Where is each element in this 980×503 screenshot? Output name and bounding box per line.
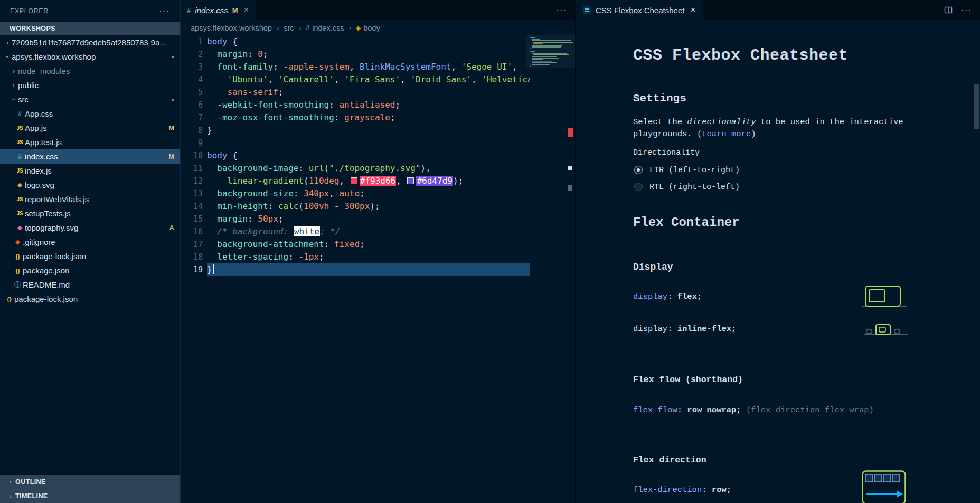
radio-rtl[interactable]: RTL (right-to-left) [634,182,740,192]
tree-item-App.css[interactable]: #App.css [0,107,180,121]
radio-rtl-label: RTL (right-to-left) [649,183,740,192]
token-pr: background-image [217,163,298,173]
tree-item-logo.svg[interactable]: ◆logo.svg [0,178,180,192]
json-file-icon: {} [4,296,14,302]
explorer-more-button[interactable]: ··· [159,8,169,14]
radio-ltr[interactable]: LTR (left-to-right) [634,165,740,175]
breadcrumb-separator: › [349,24,351,32]
token-w: white [294,226,320,236]
tree-item-index.css[interactable]: #index.cssM [0,149,180,164]
minimap-line [530,48,531,49]
flex-flow-link[interactable]: flex-flow [633,405,677,415]
breadcrumb-item-body[interactable]: body [363,24,380,32]
tab-cheatsheet[interactable]: CSS Flexbox Cheatsheet × [576,0,703,20]
token-u: } [207,125,212,135]
token-p [339,74,344,84]
line-number: 11 [181,162,207,175]
file-label: logo.svg [25,181,54,189]
breadcrumb-item-workspace[interactable]: apsys.flexbox.workshop [191,24,272,32]
line-number: 2 [181,48,207,61]
file-label: index.css [25,152,58,161]
token-pln: ) [751,129,756,139]
token-u: { [228,150,238,160]
token-p [406,74,411,84]
code-line-1[interactable]: 1body { [181,35,575,48]
code-line-13[interactable]: 13 background-size: 340px, auto; [181,187,575,200]
line-number: 17 [181,238,207,251]
code-line-4[interactable]: 4 'Ubuntu', 'Cantarell', 'Fira Sans', 'D… [181,73,575,86]
css-file-icon: # [306,24,309,32]
token-s: 'Segoe UI' [461,62,512,72]
code-line-12[interactable]: 12 linear-gradient(110deg, #f93d66, #6d4… [181,175,575,187]
token-u: : [248,49,253,59]
tree-item-7209b51d1fe76877d9edeb5af2850783-9a...[interactable]: ›7209b51d1fe76877d9edeb5af2850783-9a... [0,35,180,50]
settings-heading: Settings [633,92,686,105]
token-pr: letter-spacing [217,252,288,262]
tab-index-css[interactable]: # index.css M × [181,0,256,20]
tree-item-nodemodules[interactable]: ›node_modules [0,64,180,78]
tree-item-index.js[interactable]: JSindex.js [0,164,180,178]
webview-more-button[interactable]: ··· [961,7,972,13]
code-line-19[interactable]: 19} [181,263,575,276]
radio-button-icon[interactable] [634,183,643,191]
code-line-9[interactable]: 9 [181,137,575,149]
tree-item-reportWebVitals.js[interactable]: JSreportWebVitals.js [0,192,180,206]
code-line-8[interactable]: 8} [181,124,575,137]
outline-section-header[interactable]: › OUTLINE [0,474,180,489]
code-line-11[interactable]: 11 background-image: url("./topography.s… [181,162,575,175]
tree-item-apsys.flexbox.workshop[interactable]: ›apsys.flexbox.workshop● [0,50,180,64]
minimap[interactable] [530,37,572,67]
token-p [344,176,350,186]
text-cursor [213,264,214,274]
learn-more-link[interactable]: Learn more [702,129,751,139]
svg-file-link[interactable]: "./topography.svg" [329,163,420,173]
token-bold: flex; [677,292,702,301]
file-label: src [18,95,29,104]
code-line-17[interactable]: 17 background-attachment: fixed; [181,238,575,251]
workshops-section-header[interactable]: WORKSHOPS [0,22,180,35]
editor-more-button[interactable]: ··· [556,7,567,13]
code-line-2[interactable]: 2 margin: 0; [181,48,575,61]
code-line-content: background-image: url("./topography.svg"… [207,162,530,175]
breadcrumb-item-src[interactable]: src [284,24,294,32]
tree-item-package-lock.json[interactable]: {}package-lock.json [0,249,180,263]
code-line-14[interactable]: 14 min-height: calc(100vh - 300px); [181,200,575,213]
webview-scrollbar-thumb[interactable] [974,84,979,129]
radio-button-icon[interactable] [634,166,643,174]
tree-item-public[interactable]: ›public [0,78,180,92]
split-editor-button[interactable] [944,6,953,14]
flex-direction-link[interactable]: flex-direction [633,485,702,495]
chevron-right-icon: › [10,493,12,499]
webview-tab-close-icon[interactable]: × [690,5,695,15]
breadcrumb-item-index-css[interactable]: index.css [312,24,344,32]
minimap-line [532,59,543,60]
line-number: 18 [181,251,207,263]
tree-item-App.js[interactable]: JSApp.jsM [0,121,180,135]
token-s: 'Helvetica Neue' [482,74,530,84]
code-line-5[interactable]: 5 sans-serif; [181,86,575,99]
tree-item-setupTests.js[interactable]: JSsetupTests.js [0,206,180,221]
code-line-3[interactable]: 3 font-family: -apple-system, BlinkMacSy… [181,61,575,73]
code-line-10[interactable]: 10body { [181,149,575,162]
tab-close-icon[interactable]: × [244,5,249,15]
token-f: url [309,163,324,173]
tree-item-README.md[interactable]: ⓘREADME.md [0,278,180,292]
code-line-18[interactable]: 18 letter-spacing: -1px; [181,251,575,263]
webview-tab-label: CSS Flexbox Cheatsheet [596,6,684,15]
tree-item-package.json[interactable]: {}package.json [0,263,180,278]
timeline-section-header[interactable]: › TIMELINE [0,489,180,503]
code-line-16[interactable]: 16 /* background: white; */ [181,225,575,238]
tree-item-.gitignore[interactable]: ◆.gitignore [0,235,180,249]
tree-item-package-lock.json[interactable]: {}package-lock.json [0,292,180,306]
code-line-7[interactable]: 7 -moz-osx-font-smoothing: grayscale; [181,111,575,124]
tree-item-src[interactable]: ›src● [0,92,180,107]
tree-item-topography.svg[interactable]: ◆topography.svgA [0,221,180,235]
token-c: /* background: [217,226,294,236]
tree-item-App.test.js[interactable]: JSApp.test.js [0,135,180,149]
code-area[interactable]: 1body {2 margin: 0;3 font-family: -apple… [181,35,575,503]
code-line-15[interactable]: 15 margin: 50px; [181,213,575,225]
display-link[interactable]: display [633,292,667,301]
line-number: 4 [181,73,207,86]
minimap-line [532,62,556,63]
code-line-6[interactable]: 6 -webkit-font-smoothing: antialiased; [181,99,575,111]
